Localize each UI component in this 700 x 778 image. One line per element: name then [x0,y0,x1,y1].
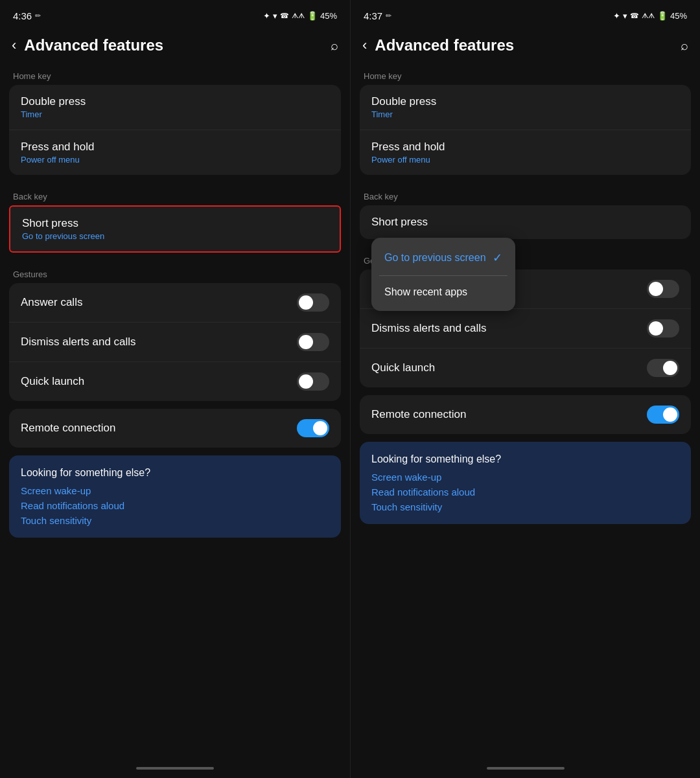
press-hold-title-left: Press and hold [21,141,94,154]
status-bar-right: 4:37 ✏ ✦ ▾ ☎ ᗑᗑ 🔋 45% [351,0,700,29]
remote-connection-toggle-left[interactable] [297,419,329,437]
quick-launch-row-right[interactable]: Quick launch [360,349,691,387]
dismiss-alerts-row-right[interactable]: Dismiss alerts and calls [360,309,691,349]
dropdown-option2-text: Show recent apps [384,286,467,298]
looking-card-left: Looking for something else? Screen wake-… [9,455,341,538]
toggle-knob [649,282,663,296]
quick-launch-toggle-right[interactable] [647,359,679,377]
remote-connection-row-right[interactable]: Remote connection [360,395,691,434]
gestures-label-left: Gestures [0,260,350,283]
quick-launch-title-right: Quick launch [371,361,435,374]
dismiss-alerts-title-left: Dismiss alerts and calls [21,336,136,349]
right-phone-panel: 4:37 ✏ ✦ ▾ ☎ ᗑᗑ 🔋 45% ‹ Advanced feature… [350,0,700,778]
header-right: ‹ Advanced features ⌕ [351,29,700,62]
bluetooth-icon-right: ✦ [613,11,620,21]
touch-sensitivity-link-left[interactable]: Touch sensitivity [21,515,329,526]
double-press-row-right[interactable]: Double press Timer [360,85,691,130]
double-press-subtitle-left: Timer [21,109,86,119]
edit-icon-left: ✏ [35,12,41,20]
press-hold-row-left[interactable]: Press and hold Power off menu [9,130,341,175]
home-bar-indicator-right [487,767,565,770]
press-hold-title-right: Press and hold [371,141,445,154]
double-press-row-left[interactable]: Double press Timer [9,85,341,130]
short-press-title-right: Short press [371,216,428,228]
status-icons-left: ✦ ▾ ☎ ᗑᗑ 🔋 45% [263,11,337,21]
toggle-knob [299,295,313,310]
wifi-icon: ▾ [273,11,277,21]
screen-wakeup-link-right[interactable]: Screen wake-up [371,472,679,483]
quick-launch-title-left: Quick launch [21,375,84,388]
short-press-row-right[interactable]: Short press [360,205,691,239]
content-left: Home key Double press Timer Press and ho… [0,62,350,759]
checkmark-icon: ✓ [493,251,502,265]
back-key-label-left: Back key [0,183,350,205]
dismiss-alerts-toggle-left[interactable] [297,333,329,351]
remote-connection-title-left: Remote connection [21,422,115,435]
read-notifications-link-right[interactable]: Read notifications aloud [371,486,679,498]
back-button-right[interactable]: ‹ [362,37,367,54]
press-hold-subtitle-right: Power off menu [371,155,445,165]
call-icon-right: ☎ [630,12,639,20]
dismiss-alerts-toggle-right[interactable] [647,319,679,338]
search-button-right[interactable]: ⌕ [681,38,688,53]
home-key-label-left: Home key [0,62,350,85]
read-notifications-link-left[interactable]: Read notifications aloud [21,500,329,511]
toggle-knob [649,321,663,336]
remote-connection-row-left[interactable]: Remote connection [9,409,341,448]
battery-icon-right: 🔋 [657,11,668,21]
short-press-row-left[interactable]: Short press Go to previous screen [9,205,341,253]
time-left: 4:36 [13,10,32,21]
content-right: Home key Double press Timer Press and ho… [351,62,700,759]
signal-icons-right: ᗑᗑ [642,12,655,20]
home-key-label-right: Home key [351,62,700,85]
back-button-left[interactable]: ‹ [12,37,16,54]
wifi-icon-right: ▾ [623,11,627,21]
touch-sensitivity-link-right[interactable]: Touch sensitivity [371,501,679,512]
home-bar-indicator-left [136,767,214,770]
status-icons-right: ✦ ▾ ☎ ᗑᗑ 🔋 45% [613,11,687,21]
battery-pct-right: 45% [670,11,687,21]
quick-launch-toggle-left[interactable] [297,372,329,391]
left-phone-panel: 4:36 ✏ ✦ ▾ ☎ ᗑᗑ 🔋 45% ‹ Advanced feature… [0,0,350,778]
back-key-label-right: Back key [351,183,700,205]
toggle-knob [663,407,677,422]
short-press-title-left: Short press [22,217,104,230]
battery-icon: 🔋 [307,11,318,21]
answer-calls-title-left: Answer calls [21,296,82,309]
toggle-knob [663,361,677,375]
page-title-right: Advanced features [375,36,673,54]
screen-wakeup-link-left[interactable]: Screen wake-up [21,485,329,496]
page-title-left: Advanced features [24,36,323,54]
dropdown-option1-text: Go to previous screen [384,252,486,264]
press-hold-subtitle-left: Power off menu [21,155,94,165]
looking-card-right: Looking for something else? Screen wake-… [360,442,691,524]
double-press-subtitle-right: Timer [371,109,436,119]
home-key-card-left: Double press Timer Press and hold Power … [9,85,341,175]
dropdown-option1[interactable]: Go to previous screen ✓ [371,240,515,275]
dismiss-alerts-title-right: Dismiss alerts and calls [371,322,487,335]
dismiss-alerts-row-left[interactable]: Dismiss alerts and calls [9,323,341,362]
back-key-section-right: Short press Go to previous screen ✓ Show… [360,205,691,239]
remote-connection-title-right: Remote connection [371,408,466,421]
looking-card-title-left: Looking for something else? [21,467,329,479]
answer-calls-row-left[interactable]: Answer calls [9,283,341,323]
dropdown-popup-right[interactable]: Go to previous screen ✓ Show recent apps [371,238,515,311]
signal-icons: ᗑᗑ [292,12,305,20]
press-hold-row-right[interactable]: Press and hold Power off menu [360,130,691,175]
status-time-right: 4:37 ✏ [364,10,391,21]
battery-pct-left: 45% [320,11,337,21]
call-icon: ☎ [280,12,289,20]
answer-calls-toggle-left[interactable] [297,293,329,312]
remote-connection-toggle-right[interactable] [647,406,679,424]
bluetooth-icon: ✦ [263,11,270,21]
answer-calls-toggle-right[interactable] [647,280,679,298]
gestures-card-left: Answer calls Dismiss alerts and calls Qu… [9,283,341,401]
quick-launch-row-left[interactable]: Quick launch [9,362,341,401]
remote-connection-card-left: Remote connection [9,409,341,448]
toggle-knob [299,374,313,389]
home-bar-left [0,759,350,778]
dropdown-option2[interactable]: Show recent apps [371,276,515,308]
home-bar-right [351,759,700,778]
search-button-left[interactable]: ⌕ [331,38,338,53]
edit-icon-right: ✏ [386,12,391,20]
